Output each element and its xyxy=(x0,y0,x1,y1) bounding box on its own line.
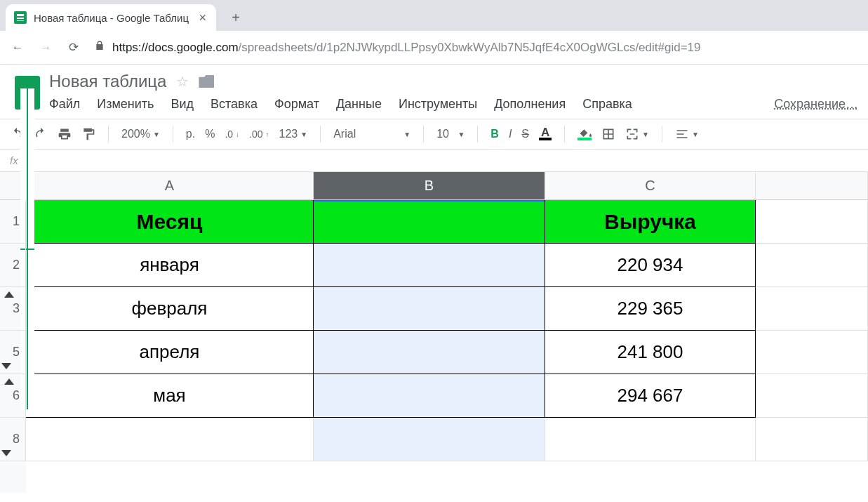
paint-format-button[interactable] xyxy=(81,127,95,141)
reload-button[interactable]: ⟳ xyxy=(66,40,81,55)
browser-tab[interactable]: Новая таблица - Google Таблиц × xyxy=(6,4,216,31)
cell-B5[interactable] xyxy=(314,331,545,374)
fill-color-button[interactable] xyxy=(577,128,592,140)
formula-bar[interactable]: fx xyxy=(0,150,868,172)
cell-C5[interactable]: 241 800 xyxy=(545,331,756,374)
group-collapse-icon[interactable] xyxy=(1,363,11,369)
forward-button[interactable]: → xyxy=(38,41,53,55)
column-header[interactable]: A xyxy=(26,172,314,200)
increase-decimal-button[interactable]: .00↑ xyxy=(249,128,269,140)
toolbar: 200% ▼ р. % .0↓ .00↑ 123 ▼ Arial▼ 10 ▼ B… xyxy=(0,119,868,150)
bold-button[interactable]: B xyxy=(490,128,499,140)
url-field[interactable]: https://docs.google.com/spreadsheets/d/1… xyxy=(94,40,858,55)
column-header[interactable] xyxy=(756,172,868,200)
sheets-header: Новая таблица ☆ Файл Изменить Вид Вставк… xyxy=(0,65,868,119)
currency-button[interactable]: р. xyxy=(186,128,195,140)
borders-button[interactable] xyxy=(601,127,615,141)
merge-cells-button[interactable]: ▼ xyxy=(625,127,649,141)
cell-A8[interactable] xyxy=(26,418,314,461)
group-expand-icon[interactable] xyxy=(4,291,14,298)
url-text: https://docs.google.com/spreadsheets/d/1… xyxy=(112,41,701,55)
tab-title: Новая таблица - Google Таблиц xyxy=(34,12,189,24)
strikethrough-button[interactable]: S xyxy=(521,128,529,140)
percent-button[interactable]: % xyxy=(205,128,215,140)
cell-A6[interactable]: мая xyxy=(26,374,314,418)
cell-B8[interactable] xyxy=(314,418,545,461)
cell-B1[interactable] xyxy=(314,200,545,244)
cell-D5[interactable] xyxy=(756,331,868,374)
cell-C1[interactable]: Выручка xyxy=(545,200,756,244)
menu-edit[interactable]: Изменить xyxy=(97,97,154,112)
cell-A5[interactable]: апреля xyxy=(26,331,314,374)
close-tab-icon[interactable]: × xyxy=(199,11,206,25)
menu-data[interactable]: Данные xyxy=(336,97,382,112)
row-headers: 1 2 3 5 6 8 xyxy=(0,172,26,493)
cell-C3[interactable]: 229 365 xyxy=(545,287,756,331)
row-header[interactable]: 6 xyxy=(0,374,26,418)
print-button[interactable] xyxy=(58,127,72,141)
cell-D2[interactable] xyxy=(756,244,868,287)
menu-bar: Файл Изменить Вид Вставка Формат Данные … xyxy=(45,91,858,119)
cell-D8[interactable] xyxy=(756,418,868,461)
font-select[interactable]: Arial▼ xyxy=(333,128,410,140)
cell-B2[interactable] xyxy=(314,244,545,287)
row-header[interactable]: 2 xyxy=(0,244,26,287)
sheets-favicon xyxy=(14,11,27,24)
row-header[interactable]: 5 xyxy=(0,331,26,374)
cell-D3[interactable] xyxy=(756,287,868,331)
menu-view[interactable]: Вид xyxy=(171,97,194,112)
redo-button[interactable] xyxy=(34,127,48,141)
horizontal-align-button[interactable]: ▼ xyxy=(675,127,699,141)
menu-help[interactable]: Справка xyxy=(582,97,632,112)
menu-addons[interactable]: Дополнения xyxy=(494,97,566,112)
cell-C8[interactable] xyxy=(545,418,756,461)
more-formats-button[interactable]: 123 ▼ xyxy=(279,128,308,140)
address-bar: ← → ⟳ https://docs.google.com/spreadshee… xyxy=(0,31,868,65)
column-headers: A B C xyxy=(26,172,868,200)
cell-A3[interactable]: февраля xyxy=(26,287,314,331)
lock-icon xyxy=(94,40,105,55)
cell-D1[interactable] xyxy=(756,200,868,244)
column-header[interactable]: C xyxy=(545,172,756,200)
row-header[interactable]: 1 xyxy=(0,200,26,244)
font-size-select[interactable]: 10 ▼ xyxy=(436,128,465,140)
spreadsheet-grid[interactable]: 1 2 3 5 6 8 A B C Месяц Выручка января 2… xyxy=(0,172,868,493)
menu-format[interactable]: Формат xyxy=(274,97,319,112)
sheets-logo[interactable] xyxy=(10,72,45,114)
menu-file[interactable]: Файл xyxy=(49,97,80,112)
cell-A2[interactable]: января xyxy=(26,244,314,287)
saving-status: Сохранение… xyxy=(774,97,858,112)
group-expand-icon[interactable] xyxy=(4,378,14,385)
cell-C6[interactable]: 294 667 xyxy=(545,374,756,418)
cell-A1[interactable]: Месяц xyxy=(26,200,314,244)
text-color-button[interactable]: A xyxy=(539,128,552,140)
row-header[interactable]: 8 xyxy=(0,418,26,461)
browser-tab-strip: Новая таблица - Google Таблиц × + xyxy=(0,0,868,31)
zoom-select[interactable]: 200% ▼ xyxy=(121,128,160,140)
row-header[interactable]: 3 xyxy=(0,287,26,331)
group-collapse-icon[interactable] xyxy=(1,450,11,456)
italic-button[interactable]: I xyxy=(509,128,512,140)
menu-tools[interactable]: Инструменты xyxy=(399,97,477,112)
cell-C2[interactable]: 220 934 xyxy=(545,244,756,287)
menu-insert[interactable]: Вставка xyxy=(211,97,258,112)
new-tab-button[interactable]: + xyxy=(225,6,247,29)
folder-icon[interactable] xyxy=(199,75,214,88)
back-button[interactable]: ← xyxy=(10,41,25,55)
star-icon[interactable]: ☆ xyxy=(176,73,189,90)
cell-D6[interactable] xyxy=(756,374,868,418)
column-header-selected[interactable]: B xyxy=(314,172,545,200)
cell-B3[interactable] xyxy=(314,287,545,331)
cell-B6[interactable] xyxy=(314,374,545,418)
decrease-decimal-button[interactable]: .0↓ xyxy=(225,128,239,140)
document-title[interactable]: Новая таблица xyxy=(49,72,166,91)
